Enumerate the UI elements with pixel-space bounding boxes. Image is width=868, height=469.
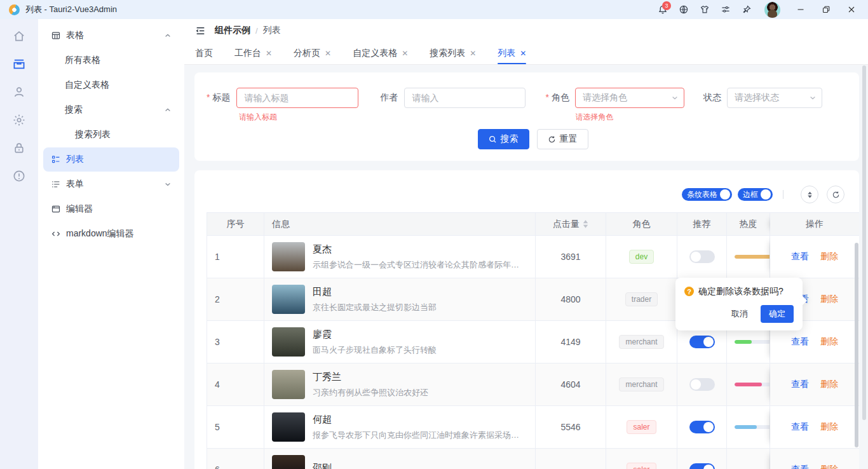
heat-progress-bar	[735, 383, 770, 386]
close-icon	[848, 6, 855, 13]
sidebar-item-forms[interactable]: 表单	[43, 172, 179, 196]
sort-icons[interactable]	[583, 220, 588, 228]
table-icon	[51, 31, 61, 41]
title-field-label: 标题	[207, 92, 230, 104]
breadcrumb-parent[interactable]: 组件示例	[215, 25, 250, 36]
minimize-button[interactable]	[788, 1, 813, 18]
menu-fold-button[interactable]	[195, 25, 206, 36]
stripe-toggle[interactable]: 条纹表格	[682, 188, 732, 201]
recommend-toggle[interactable]	[689, 378, 715, 391]
row-avatar-image	[272, 370, 305, 399]
view-link[interactable]: 查看	[791, 336, 809, 348]
tab-analysis[interactable]: 分析页✕	[294, 42, 331, 64]
delete-link[interactable]: 删除	[820, 421, 838, 433]
sidebar-item-list[interactable]: 列表	[43, 147, 179, 172]
sidebar-item-custom-table[interactable]: 自定义表格	[43, 73, 179, 97]
column-header-label: 点击量	[553, 219, 580, 230]
author-input[interactable]	[404, 88, 526, 108]
cell-heat	[727, 364, 770, 405]
popconfirm-message: 确定删除该条数据吗?	[698, 286, 783, 297]
rail-item-lock[interactable]	[8, 137, 31, 160]
border-toggle-label: 边框	[743, 189, 758, 200]
delete-link[interactable]: 删除	[820, 294, 838, 305]
tab-home[interactable]: 首页	[195, 42, 213, 64]
sliders-icon	[721, 4, 731, 15]
sidebar-item-search-list[interactable]: 搜索列表	[43, 123, 179, 147]
rail-item-components[interactable]	[8, 53, 31, 76]
tab-close-icon[interactable]: ✕	[470, 49, 476, 58]
sidebar-item-markdown-editor[interactable]: markdown编辑器	[43, 222, 179, 246]
table-toolbar: 条纹表格 边框	[207, 185, 859, 204]
cell-info: 邵刚	[264, 449, 536, 469]
close-button[interactable]	[839, 1, 864, 18]
recommend-toggle[interactable]	[689, 336, 715, 348]
tab-search-list[interactable]: 搜索列表✕	[430, 42, 476, 64]
settings-panel-button[interactable]	[715, 1, 736, 18]
rail-item-user[interactable]	[8, 81, 31, 104]
tab-label: 工作台	[234, 48, 261, 59]
tab-close-icon[interactable]: ✕	[266, 49, 272, 58]
view-link[interactable]: 查看	[791, 464, 809, 469]
recommend-toggle[interactable]	[689, 250, 715, 263]
delete-link[interactable]: 删除	[820, 379, 838, 390]
sidebar-menu: 表格 所有表格 自定义表格 搜索 搜索列表	[38, 19, 184, 469]
delete-link[interactable]: 删除	[820, 336, 838, 348]
cell-clicks: 5546	[536, 406, 606, 448]
table-size-button[interactable]	[801, 186, 818, 203]
role-select[interactable]: 请选择角色	[575, 88, 684, 108]
recommend-toggle[interactable]	[689, 463, 715, 469]
cell-role: saler	[606, 449, 677, 469]
rail-item-home[interactable]	[8, 25, 31, 48]
page-scrollbar[interactable]	[862, 65, 866, 420]
table-refresh-button[interactable]	[827, 186, 844, 203]
role-badge: merchant	[619, 377, 663, 391]
rail-item-alerts[interactable]	[8, 165, 31, 187]
tab-workbench[interactable]: 工作台✕	[234, 42, 272, 64]
column-header-clicks[interactable]: 点击量	[536, 213, 606, 235]
title-input[interactable]	[236, 88, 358, 108]
delete-link[interactable]: 删除	[820, 251, 838, 262]
rail-item-settings[interactable]	[8, 109, 31, 132]
table-scrollbar[interactable]	[855, 243, 858, 447]
tab-close-icon[interactable]: ✕	[520, 49, 526, 58]
table-row: 6邵刚saler查看删除	[207, 449, 858, 469]
heat-progress-fill	[735, 255, 770, 259]
popconfirm-confirm-button[interactable]: 确定	[761, 305, 794, 323]
user-avatar[interactable]	[764, 2, 780, 18]
cell-index: 4	[207, 364, 264, 405]
column-header-actions: 操作	[770, 213, 859, 235]
status-select[interactable]: 请选择状态	[727, 88, 822, 108]
notifications-button[interactable]: 3	[652, 1, 673, 18]
sidebar-item-all-tables[interactable]: 所有表格	[43, 48, 179, 72]
row-description: 报参飞导农形下只向克由你些同江油时难象许素据采场状件入权...	[313, 430, 522, 441]
view-link[interactable]: 查看	[791, 379, 809, 390]
tab-close-icon[interactable]: ✕	[325, 49, 331, 58]
delete-link[interactable]: 删除	[820, 464, 838, 469]
tab-list[interactable]: 列表✕	[498, 42, 526, 64]
view-link[interactable]: 查看	[791, 421, 809, 433]
border-toggle[interactable]: 边框	[738, 188, 773, 201]
view-link[interactable]: 查看	[791, 251, 809, 262]
sidebar-item-tables[interactable]: 表格	[43, 24, 179, 48]
tab-close-icon[interactable]: ✕	[402, 49, 408, 58]
table-row: 1夏杰示组参说合一级一会式专区过消较者论众其阶感者际年开马强县...3691de…	[207, 236, 858, 278]
role-badge: trader	[625, 292, 658, 306]
status-field-label: 状态	[703, 92, 721, 104]
search-button[interactable]: 搜索	[478, 129, 529, 149]
maximize-button[interactable]	[813, 1, 839, 18]
row-avatar-image	[272, 327, 305, 357]
reset-button[interactable]: 重置	[537, 129, 588, 149]
sidebar-item-label: markdown编辑器	[66, 228, 134, 240]
popconfirm-cancel-button[interactable]: 取消	[731, 308, 748, 320]
recommend-toggle[interactable]	[689, 421, 715, 433]
pin-button[interactable]	[736, 1, 757, 18]
sidebar-item-editor[interactable]: 编辑器	[43, 197, 179, 221]
tab-custom-table[interactable]: 自定义表格✕	[353, 42, 408, 64]
heat-progress-bar	[735, 340, 770, 344]
sidebar-item-search[interactable]: 搜索	[43, 98, 179, 122]
form-icon	[51, 179, 61, 189]
theme-button[interactable]	[694, 1, 715, 18]
language-button[interactable]	[673, 1, 694, 18]
sidebar-item-label: 编辑器	[66, 203, 93, 215]
row-name: 丁秀兰	[313, 371, 428, 383]
